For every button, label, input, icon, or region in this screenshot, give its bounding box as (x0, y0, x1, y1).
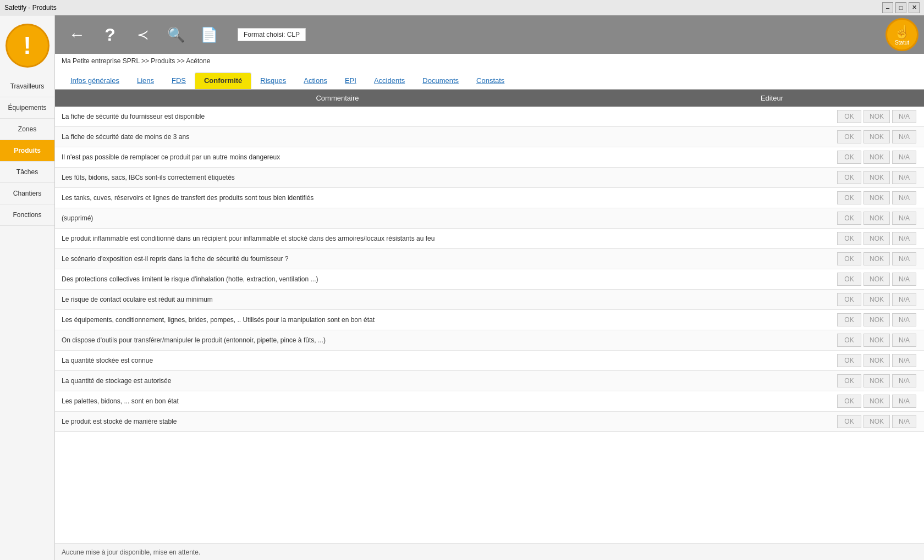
action-buttons-cell: OKNOKN/A (620, 188, 924, 208)
na-button[interactable]: N/A (892, 232, 916, 245)
help-button[interactable]: ? (95, 19, 125, 50)
ok-button[interactable]: OK (837, 212, 861, 225)
nok-button[interactable]: NOK (864, 151, 890, 164)
sidebar-item-produits[interactable]: Produits (0, 140, 54, 162)
ok-button[interactable]: OK (837, 110, 861, 123)
sidebar-item-zones[interactable]: Zones (0, 119, 54, 140)
ok-button[interactable]: OK (837, 252, 861, 265)
na-button[interactable]: N/A (892, 354, 916, 367)
table-row: La fiche de sécurité date de moins de 3 … (55, 127, 924, 147)
na-button[interactable]: N/A (892, 110, 916, 123)
action-buttons-cell: OKNOKN/A (620, 107, 924, 127)
na-button[interactable]: N/A (892, 151, 916, 164)
tab-epi[interactable]: EPI (336, 73, 365, 89)
title-bar: Safetify - Produits – □ ✕ (0, 0, 924, 15)
nok-button[interactable]: NOK (864, 293, 890, 306)
nok-button[interactable]: NOK (864, 415, 890, 428)
ok-button[interactable]: OK (837, 313, 861, 326)
document-icon: 📄 (200, 26, 218, 43)
na-button[interactable]: N/A (892, 374, 916, 387)
ok-button[interactable]: OK (837, 151, 861, 164)
comment-cell: Le risque de contact oculaire est réduit… (55, 290, 620, 310)
action-buttons-cell: OKNOKN/A (620, 249, 924, 269)
table-row: On dispose d'outils pour transférer/mani… (55, 330, 924, 351)
nok-button[interactable]: NOK (864, 130, 890, 143)
nok-button[interactable]: NOK (864, 334, 890, 347)
na-button[interactable]: N/A (892, 334, 916, 347)
tab-risques[interactable]: Risques (251, 73, 295, 89)
table-row: Le risque de contact oculaire est réduit… (55, 290, 924, 310)
table-row: Des protections collectives limitent le … (55, 269, 924, 290)
statut-icon: ☝ (894, 24, 910, 40)
table-row: Le produit est stocké de manière stableO… (55, 412, 924, 432)
table-row: La quantité de stockage est autoriséeOKN… (55, 371, 924, 391)
tab-infos[interactable]: Infos générales (62, 73, 128, 89)
na-button[interactable]: N/A (892, 273, 916, 286)
action-buttons-cell: OKNOKN/A (620, 412, 924, 432)
ok-button[interactable]: OK (837, 415, 861, 428)
na-button[interactable]: N/A (892, 252, 916, 265)
ok-button[interactable]: OK (837, 395, 861, 408)
close-button[interactable]: ✕ (909, 2, 920, 13)
ok-button[interactable]: OK (837, 171, 861, 184)
toolbar: ← ? ≺ 🔍 📄 Format choisi: CLP (55, 15, 312, 54)
nok-button[interactable]: NOK (864, 110, 890, 123)
window-controls[interactable]: – □ ✕ (882, 2, 920, 13)
nok-button[interactable]: NOK (864, 212, 890, 225)
sidebar-item-chantiers[interactable]: Chantiers (0, 183, 54, 204)
comment-cell: Le scénario d'exposition est-il repris d… (55, 249, 620, 269)
na-button[interactable]: N/A (892, 212, 916, 225)
tab-fds[interactable]: FDS (163, 73, 195, 89)
ok-button[interactable]: OK (837, 191, 861, 204)
tab-liens[interactable]: Liens (128, 73, 163, 89)
action-buttons-cell: OKNOKN/A (620, 371, 924, 391)
nok-button[interactable]: NOK (864, 232, 890, 245)
sidebar-item-equipements[interactable]: Équipements (0, 97, 54, 119)
nok-button[interactable]: NOK (864, 171, 890, 184)
share-button[interactable]: ≺ (128, 19, 158, 50)
ok-button[interactable]: OK (837, 293, 861, 306)
content-area[interactable]: Commentaire Editeur La fiche de sécurité… (55, 90, 924, 544)
tab-documents[interactable]: Documents (414, 73, 468, 89)
comment-cell: La fiche de sécurité du fournisseur est … (55, 107, 620, 127)
na-button[interactable]: N/A (892, 313, 916, 326)
ok-button[interactable]: OK (837, 232, 861, 245)
logo-icon: ! (23, 34, 31, 58)
na-button[interactable]: N/A (892, 130, 916, 143)
nok-button[interactable]: NOK (864, 313, 890, 326)
nok-button[interactable]: NOK (864, 273, 890, 286)
comment-cell: (supprimé) (55, 208, 620, 229)
statut-button[interactable]: ☝ Statut (886, 18, 919, 51)
tab-conformite[interactable]: Conformité (195, 73, 251, 89)
col-header-comment: Commentaire (55, 90, 620, 107)
sidebar-item-fonctions[interactable]: Fonctions (0, 204, 54, 226)
minimize-button[interactable]: – (882, 2, 893, 13)
na-button[interactable]: N/A (892, 395, 916, 408)
comment-cell: Des protections collectives limitent le … (55, 269, 620, 290)
search-button[interactable]: 🔍 (161, 19, 191, 50)
ok-button[interactable]: OK (837, 354, 861, 367)
comment-cell: Il n'est pas possible de remplacer ce pr… (55, 147, 620, 168)
nok-button[interactable]: NOK (864, 374, 890, 387)
tab-constats[interactable]: Constats (468, 73, 513, 89)
na-button[interactable]: N/A (892, 191, 916, 204)
sidebar-item-travailleurs[interactable]: Travailleurs (0, 76, 54, 97)
na-button[interactable]: N/A (892, 415, 916, 428)
ok-button[interactable]: OK (837, 130, 861, 143)
nok-button[interactable]: NOK (864, 252, 890, 265)
na-button[interactable]: N/A (892, 293, 916, 306)
tab-actions[interactable]: Actions (295, 73, 336, 89)
ok-button[interactable]: OK (837, 273, 861, 286)
ok-button[interactable]: OK (837, 334, 861, 347)
na-button[interactable]: N/A (892, 171, 916, 184)
tab-accidents[interactable]: Accidents (365, 73, 414, 89)
sidebar-nav: Travailleurs Équipements Zones Produits … (0, 76, 54, 560)
ok-button[interactable]: OK (837, 374, 861, 387)
sidebar-item-taches[interactable]: Tâches (0, 162, 54, 183)
document-button[interactable]: 📄 (194, 19, 224, 50)
back-button[interactable]: ← (62, 19, 92, 50)
nok-button[interactable]: NOK (864, 395, 890, 408)
nok-button[interactable]: NOK (864, 354, 890, 367)
nok-button[interactable]: NOK (864, 191, 890, 204)
maximize-button[interactable]: □ (895, 2, 906, 13)
